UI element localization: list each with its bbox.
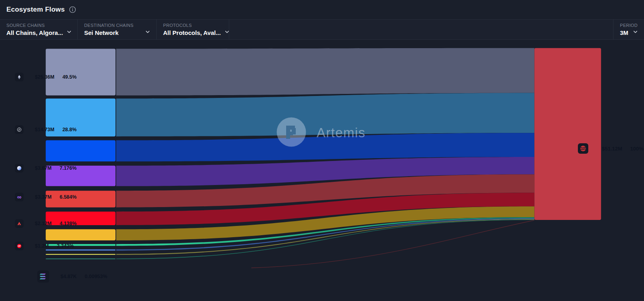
filter-protocols[interactable]: PROTOCOLS All Protocols, Aval... xyxy=(157,20,229,39)
filter-value: All Chains, Algora... xyxy=(6,29,63,36)
filter-value: Sei Network xyxy=(84,29,119,36)
filter-label: PROTOCOLS xyxy=(163,23,223,28)
node-ethereum[interactable] xyxy=(46,49,115,96)
chevron-down-icon xyxy=(66,29,72,37)
sankey-chart: Artemis $25.36M49.5% $14.73M28.8% $3.67M… xyxy=(0,40,644,301)
info-icon[interactable] xyxy=(69,6,76,13)
filter-label: SOURCE CHAINS xyxy=(6,23,72,28)
page-title: Ecosystem Flows xyxy=(6,6,65,14)
node-thin-blue[interactable] xyxy=(46,250,115,251)
flow-arbitrum[interactable] xyxy=(116,93,534,136)
node-chain-blue-sphere[interactable] xyxy=(46,140,115,161)
filter-label: DESTINATION CHAINS xyxy=(84,23,151,28)
node-bnb[interactable] xyxy=(46,229,115,240)
node-avalanche[interactable] xyxy=(46,191,115,207)
node-polygon[interactable] xyxy=(46,166,115,186)
chevron-down-icon xyxy=(632,29,638,37)
filter-value: All Protocols, Aval... xyxy=(163,29,221,36)
page-header: Ecosystem Flows xyxy=(0,0,644,19)
node-sei[interactable] xyxy=(534,48,601,220)
flow-chain-blue-sphere[interactable] xyxy=(116,133,534,161)
node-arbitrum[interactable] xyxy=(46,98,115,136)
flow-ethereum[interactable] xyxy=(116,48,534,96)
chevron-down-icon xyxy=(145,29,151,37)
filter-value: 3M xyxy=(620,29,628,36)
node-thin-teal[interactable] xyxy=(46,258,115,259)
filter-source-chains[interactable]: SOURCE CHAINS All Chains, Algora... xyxy=(0,20,78,39)
sankey-canvas xyxy=(0,40,644,301)
filter-period[interactable]: PERIOD 3M xyxy=(613,20,644,39)
node-thin-yellow[interactable] xyxy=(46,254,115,255)
filter-label: PERIOD xyxy=(620,23,638,28)
filter-bar: SOURCE CHAINS All Chains, Algora... DEST… xyxy=(0,19,644,40)
ecosystem-flows-panel: Ecosystem Flows SOURCE CHAINS All Chains… xyxy=(0,0,644,301)
filter-bar-spacer xyxy=(229,20,613,39)
filter-destination-chains[interactable]: DESTINATION CHAINS Sei Network xyxy=(78,20,157,39)
node-solana[interactable] xyxy=(46,244,115,246)
node-optimism[interactable] xyxy=(46,212,115,225)
